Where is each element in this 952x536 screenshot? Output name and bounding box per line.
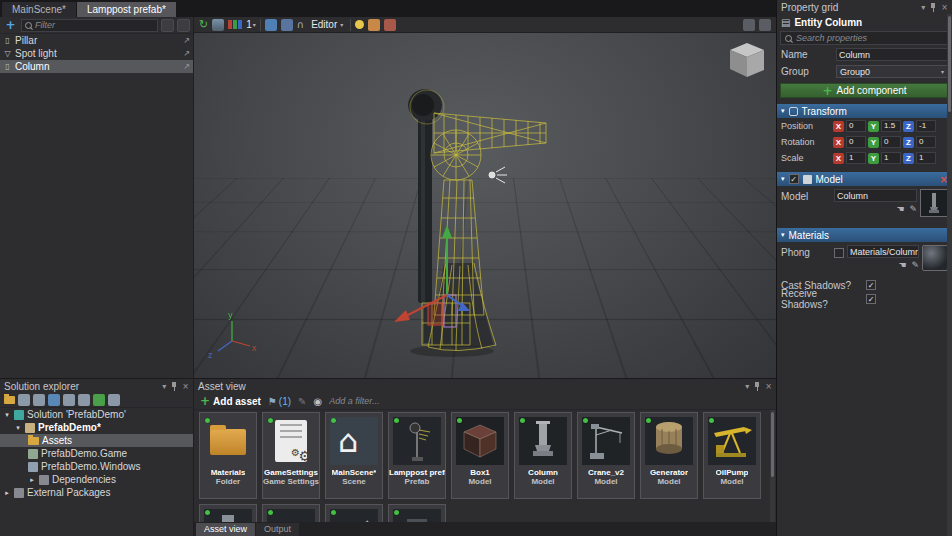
scale-y-field[interactable]: 1 [881, 152, 901, 164]
asset-filter-input[interactable] [329, 396, 770, 406]
material-reference-field[interactable]: Materials/Column/Co [847, 245, 919, 258]
asset-tile-partial[interactable] [262, 504, 320, 522]
scale-x-field[interactable]: 1 [846, 152, 866, 164]
asset-tile-oilpump[interactable]: OilPump Model [703, 412, 761, 499]
rotation-x-field[interactable]: 0 [846, 136, 866, 148]
property-scrollbar[interactable] [947, 14, 952, 536]
edit-reference-icon[interactable]: ✎ [911, 260, 919, 270]
goto-source-icon[interactable]: ↗ [183, 62, 190, 71]
pin-icon[interactable] [930, 3, 936, 12]
scene-item-pillar[interactable]: ▯ Pillar ↗ [0, 34, 193, 47]
property-search-input[interactable] [796, 33, 945, 43]
collapse-entities-icon[interactable] [161, 19, 174, 32]
view-options-icon[interactable]: ◉ [313, 396, 322, 407]
viewport-canvas[interactable]: y x z [194, 33, 776, 378]
position-y-field[interactable]: 1.5 [881, 120, 901, 132]
asset-tile-mainscene[interactable]: ⌂ MainScene* Scene [325, 412, 383, 499]
scale-z-field[interactable]: 1 [916, 152, 936, 164]
edit-asset-icon[interactable]: ✎ [298, 396, 306, 407]
asset-tile-lamppost-prefab[interactable]: Lamppost prefab* Prefab [388, 412, 446, 499]
rotation-y-field[interactable]: 0 [881, 136, 901, 148]
asset-tile-box1[interactable]: Box1 Model [451, 412, 509, 499]
group-dropdown[interactable]: Group0 ▾ [836, 65, 948, 78]
solution-root-item[interactable]: ▾ Solution 'PrefabDemo' [0, 408, 193, 421]
capture-frame-icon[interactable] [743, 19, 755, 31]
light-gizmo-icon[interactable] [489, 167, 507, 183]
snap-translate-icon[interactable] [265, 19, 277, 31]
camera-speed-dropdown[interactable]: 1 ▾ [246, 18, 256, 31]
transform-section-header[interactable]: ▾ Transform [777, 104, 952, 118]
cast-shadows-checkbox[interactable]: ✓ [866, 280, 876, 290]
model-section-header[interactable]: ▾ ✓ Model × [777, 172, 952, 186]
model-reference-field[interactable]: Column [834, 189, 917, 202]
dependencies-item[interactable]: ▸ Dependencies [0, 473, 193, 486]
selection-counter[interactable]: ⚑ (1) [268, 396, 291, 407]
add-entity-button[interactable]: + [3, 18, 18, 32]
goto-source-icon[interactable]: ↗ [183, 49, 190, 58]
sort-icon[interactable] [33, 394, 45, 406]
project-windows-item[interactable]: PrefabDemo.Windows [0, 460, 193, 473]
picker-hand-icon[interactable]: ☚ [898, 260, 906, 270]
asset-tile-materials[interactable]: Materials Folder [199, 412, 257, 499]
asset-scrollbar[interactable] [770, 410, 775, 522]
asset-tile-partial[interactable] [199, 504, 257, 522]
tab-output[interactable]: Output [256, 523, 299, 536]
pin-icon[interactable] [171, 382, 177, 391]
phong-override-checkbox[interactable] [834, 248, 844, 258]
position-z-field[interactable]: -1 [916, 120, 936, 132]
asset-tile-generator[interactable]: Generator Model [640, 412, 698, 499]
collapse-all-icon[interactable] [4, 396, 15, 404]
refresh-scene-icon[interactable]: ↻ [199, 18, 208, 31]
pin-icon[interactable] [754, 382, 760, 391]
close-icon[interactable]: × [941, 3, 948, 12]
scene-item-spot-light[interactable]: ▽ Spot light ↗ [0, 47, 193, 60]
chevron-down-icon[interactable]: ▾ [921, 3, 925, 12]
goto-source-icon[interactable]: ↗ [183, 36, 190, 45]
properties-icon[interactable] [78, 394, 90, 406]
project-game-item[interactable]: PrefabDemo.Game [0, 447, 193, 460]
receive-shadows-checkbox[interactable]: ✓ [866, 294, 876, 304]
expand-entities-icon[interactable] [177, 19, 190, 32]
tab-mainscene[interactable]: MainScene* [2, 2, 76, 17]
materials-section-header[interactable]: ▾ Materials [777, 228, 952, 242]
refresh-tree-icon[interactable] [63, 394, 75, 406]
lighting-toggle-icon[interactable] [355, 20, 364, 29]
close-icon[interactable]: × [765, 382, 772, 391]
asset-tile-partial[interactable] [325, 504, 383, 522]
sync-selection-icon[interactable] [18, 394, 30, 406]
expanded-arrow-icon[interactable]: ▾ [14, 424, 22, 432]
filter-tree-icon[interactable] [48, 394, 60, 406]
close-icon[interactable]: × [182, 382, 189, 391]
collapsed-arrow-icon[interactable]: ▸ [3, 489, 11, 497]
magnet-snap-icon[interactable]: ∩ [297, 18, 304, 31]
chevron-down-icon[interactable]: ▾ [162, 382, 166, 391]
external-packages-item[interactable]: ▸ External Packages [0, 486, 193, 499]
settings-icon[interactable] [108, 394, 120, 406]
add-asset-button[interactable]: + Add asset [200, 394, 261, 408]
model-enabled-checkbox[interactable]: ✓ [789, 174, 799, 184]
rotation-z-field[interactable]: 0 [916, 136, 936, 148]
name-field[interactable] [836, 48, 948, 61]
editor-mode-dropdown[interactable]: Editor ▾ [308, 18, 346, 31]
asset-tile-column[interactable]: Column Model [514, 412, 572, 499]
camera-settings-icon[interactable] [368, 19, 380, 31]
position-x-field[interactable]: 0 [846, 120, 866, 132]
snap-rotate-icon[interactable] [281, 19, 293, 31]
viewport-settings-icon[interactable] [212, 19, 224, 31]
assets-folder-item[interactable]: Assets [0, 434, 193, 447]
collapsed-arrow-icon[interactable]: ▸ [28, 476, 36, 484]
edit-reference-icon[interactable]: ✎ [909, 204, 917, 214]
add-item-icon[interactable] [93, 394, 105, 406]
tab-lamppost-prefab[interactable]: Lamppost prefab* [77, 2, 176, 17]
material-preview-sphere[interactable] [922, 245, 948, 271]
scene-item-column[interactable]: ▯ Column ↗ [0, 60, 193, 73]
add-component-button[interactable]: + Add component [780, 83, 949, 98]
scene-filter-input[interactable] [35, 20, 155, 30]
picker-hand-icon[interactable]: ☚ [896, 204, 904, 214]
tab-asset-view[interactable]: Asset view [196, 523, 255, 536]
chevron-down-icon[interactable]: ▾ [745, 382, 749, 391]
project-item[interactable]: ▾ PrefabDemo* [0, 421, 193, 434]
asset-tile-gamesettings[interactable]: ⚙ ⚙ GameSettings Game Settings [262, 412, 320, 499]
asset-tile-partial[interactable] [388, 504, 446, 522]
asset-tile-crane[interactable]: Crane_v2 Model [577, 412, 635, 499]
